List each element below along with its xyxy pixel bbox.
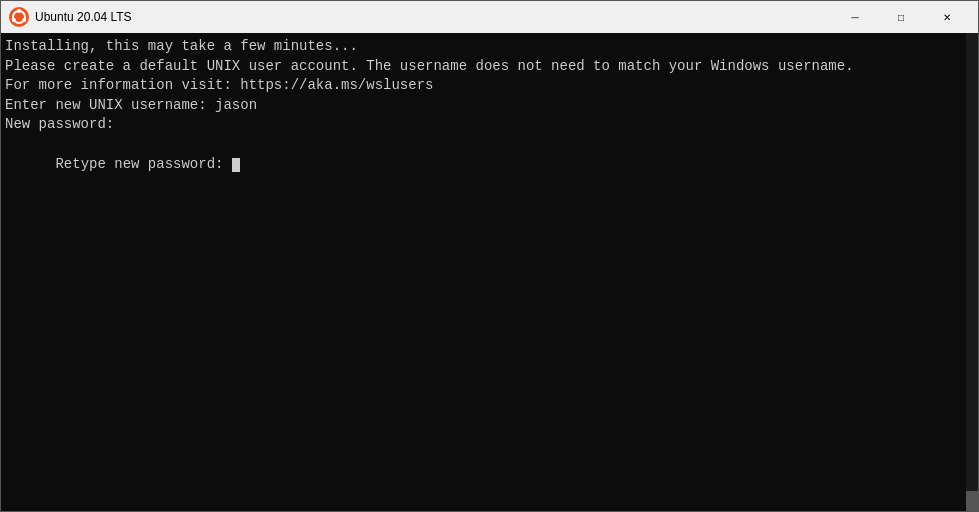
ubuntu-icon: [9, 7, 29, 27]
minimize-button[interactable]: ─: [832, 1, 878, 33]
window-title: Ubuntu 20.04 LTS: [35, 10, 832, 24]
terminal-body[interactable]: Installing, this may take a few minutes.…: [1, 33, 978, 511]
terminal-line-4: Enter new UNIX username: jason: [5, 96, 974, 116]
terminal-line-1: Installing, this may take a few minutes.…: [5, 37, 974, 57]
close-button[interactable]: ✕: [924, 1, 970, 33]
terminal-line-6: Retype new password:: [5, 135, 974, 194]
scrollbar[interactable]: [966, 33, 978, 511]
window-controls: ─ □ ✕: [832, 1, 970, 33]
terminal-line-2: Please create a default UNIX user accoun…: [5, 57, 974, 77]
cursor: [232, 158, 240, 172]
maximize-button[interactable]: □: [878, 1, 924, 33]
title-bar: Ubuntu 20.04 LTS ─ □ ✕: [1, 1, 978, 33]
svg-point-4: [22, 18, 26, 22]
terminal-line-3: For more information visit: https://aka.…: [5, 76, 974, 96]
window: Ubuntu 20.04 LTS ─ □ ✕ Installing, this …: [0, 0, 979, 512]
svg-point-3: [12, 18, 16, 22]
terminal-line-5: New password:: [5, 115, 974, 135]
scrollbar-thumb[interactable]: [966, 491, 978, 511]
svg-point-2: [17, 9, 21, 13]
